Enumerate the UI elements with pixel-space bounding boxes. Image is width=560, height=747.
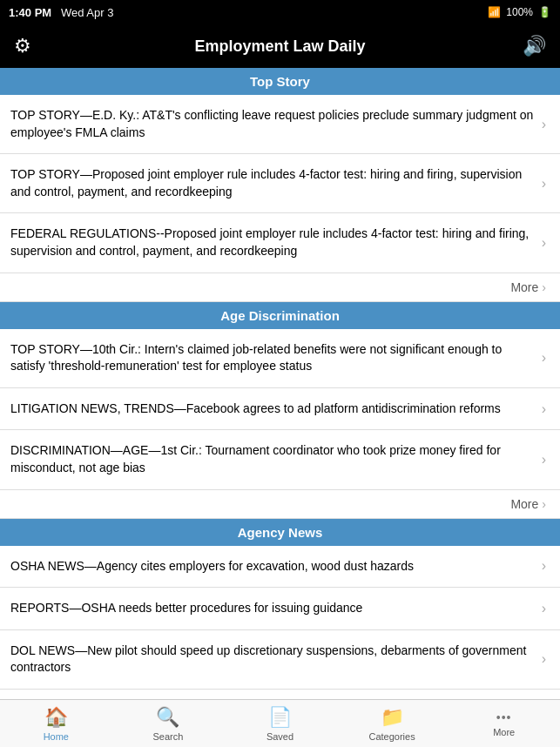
chevron-icon: ›: [542, 350, 546, 366]
news-item[interactable]: REPORTS—OSHA needs better procedures for…: [0, 588, 560, 630]
status-right: 📶 100% 🔋: [488, 6, 551, 18]
section-header-top-story: Top Story: [0, 68, 560, 95]
status-date: Wed Apr 3: [61, 6, 113, 19]
section-header-age-discrimination: Age Discrimination: [0, 302, 560, 329]
categories-icon: 📁: [381, 706, 404, 729]
chevron-icon: ›: [542, 558, 546, 574]
news-text: REPORTS—OSHA needs better procedures for…: [10, 600, 542, 617]
tab-home-label: Home: [44, 731, 69, 742]
more-chevron-icon: ›: [542, 280, 546, 294]
status-time-date: 1:40 PM Wed Apr 3: [9, 6, 113, 19]
more-row-agency-news: More ›: [0, 690, 560, 699]
tab-bar: 🏠 Home 🔍 Search 📄 Saved 📁 Categories •••…: [0, 699, 560, 747]
more-chevron-icon: ›: [542, 497, 546, 511]
tab-more-label: More: [493, 727, 515, 737]
tab-more[interactable]: ••• More: [448, 710, 560, 737]
chevron-icon: ›: [542, 651, 546, 667]
tab-search[interactable]: 🔍 Search: [112, 706, 225, 742]
tab-search-label: Search: [152, 731, 183, 742]
news-text: DOL NEWS—New pilot should speed up discr…: [10, 643, 542, 676]
news-text: TOP STORY—10th Cir.: Intern's claimed jo…: [10, 341, 542, 375]
news-text: DISCRIMINATION—AGE—1st Cir.: Tournament …: [10, 442, 542, 476]
chevron-icon: ›: [542, 176, 546, 192]
settings-icon[interactable]: ⚙: [14, 35, 31, 57]
news-text: TOP STORY—Proposed joint employer rule i…: [10, 166, 542, 200]
chevron-icon: ›: [542, 452, 546, 468]
home-icon: 🏠: [44, 706, 68, 729]
news-item[interactable]: FEDERAL REGULATIONS--Proposed joint empl…: [0, 213, 560, 273]
status-bar: 1:40 PM Wed Apr 3 📶 100% 🔋: [0, 0, 560, 24]
nav-bar: ⚙ Employment Law Daily 🔊: [0, 24, 560, 68]
tab-saved-label: Saved: [267, 731, 293, 742]
more-link-top-story[interactable]: More ›: [510, 280, 546, 294]
chevron-icon: ›: [542, 235, 546, 251]
more-row-top-story: More ›: [0, 273, 560, 302]
tab-home[interactable]: 🏠 Home: [0, 706, 112, 742]
news-item[interactable]: TOP STORY—10th Cir.: Intern's claimed jo…: [0, 329, 560, 388]
more-link-age-discrimination[interactable]: More ›: [510, 497, 546, 511]
status-time: 1:40 PM: [9, 6, 51, 19]
battery-icon: 🔋: [538, 6, 551, 18]
chevron-icon: ›: [542, 601, 546, 616]
news-text: FEDERAL REGULATIONS--Proposed joint empl…: [10, 225, 542, 259]
search-icon: 🔍: [156, 706, 179, 729]
news-text: OSHA NEWS—Agency cites employers for exc…: [10, 558, 542, 575]
saved-icon: 📄: [268, 706, 292, 729]
volume-icon[interactable]: 🔊: [523, 35, 546, 57]
section-header-agency-news: Agency News: [0, 519, 560, 546]
battery-percentage: 100%: [506, 6, 533, 18]
tab-categories-label: Categories: [368, 731, 415, 742]
news-item[interactable]: LITIGATION NEWS, TRENDS—Facebook agrees …: [0, 388, 560, 431]
wifi-icon: 📶: [488, 6, 501, 18]
tab-saved[interactable]: 📄 Saved: [224, 706, 336, 742]
news-item[interactable]: TOP STORY—E.D. Ky.: AT&T's conflicting l…: [0, 95, 560, 154]
more-dots-icon: •••: [496, 710, 512, 724]
news-item[interactable]: DISCRIMINATION—AGE—1st Cir.: Tournament …: [0, 430, 560, 489]
news-item[interactable]: OSHA NEWS—Agency cites employers for exc…: [0, 546, 560, 589]
tab-categories[interactable]: 📁 Categories: [336, 706, 449, 742]
chevron-icon: ›: [542, 401, 546, 417]
news-item[interactable]: DOL NEWS—New pilot should speed up discr…: [0, 630, 560, 690]
news-item[interactable]: TOP STORY—Proposed joint employer rule i…: [0, 154, 560, 213]
news-text: LITIGATION NEWS, TRENDS—Facebook agrees …: [10, 400, 542, 418]
more-row-age-discrimination: More ›: [0, 490, 560, 519]
news-text: TOP STORY—E.D. Ky.: AT&T's conflicting l…: [10, 107, 542, 141]
main-content: Top Story TOP STORY—E.D. Ky.: AT&T's con…: [0, 68, 560, 699]
nav-title: Employment Law Daily: [194, 37, 365, 56]
chevron-icon: ›: [542, 117, 546, 132]
